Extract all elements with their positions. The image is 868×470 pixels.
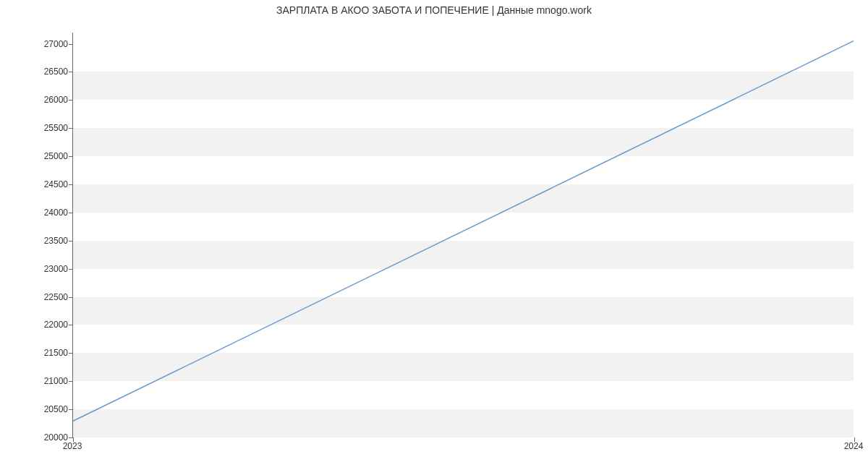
y-axis-label: 25000 xyxy=(44,151,68,161)
y-axis-label: 23000 xyxy=(44,264,68,274)
y-axis-label: 22000 xyxy=(44,320,68,330)
y-axis-label: 24000 xyxy=(44,208,68,218)
y-axis-label: 26000 xyxy=(44,95,68,105)
chart-container: ЗАРПЛАТА В АКОО ЗАБОТА И ПОПЕЧЕНИЕ | Дан… xyxy=(0,0,868,470)
y-axis-label: 27000 xyxy=(44,39,68,49)
x-axis-label: 2024 xyxy=(844,441,864,451)
y-axis-label: 20500 xyxy=(44,404,68,414)
y-axis-label: 26500 xyxy=(44,67,68,77)
y-axis-label: 22500 xyxy=(44,292,68,302)
x-axis-label: 2023 xyxy=(63,441,82,451)
y-axis-label: 25500 xyxy=(44,123,68,133)
y-axis-label: 21000 xyxy=(44,376,68,386)
chart-title: ЗАРПЛАТА В АКОО ЗАБОТА И ПОПЕЧЕНИЕ | Дан… xyxy=(0,4,868,16)
chart-line xyxy=(73,33,854,437)
plot-area xyxy=(72,33,854,437)
y-axis-label: 24500 xyxy=(44,179,68,189)
y-axis-label: 23500 xyxy=(44,236,68,246)
y-axis-label: 21500 xyxy=(44,348,68,358)
